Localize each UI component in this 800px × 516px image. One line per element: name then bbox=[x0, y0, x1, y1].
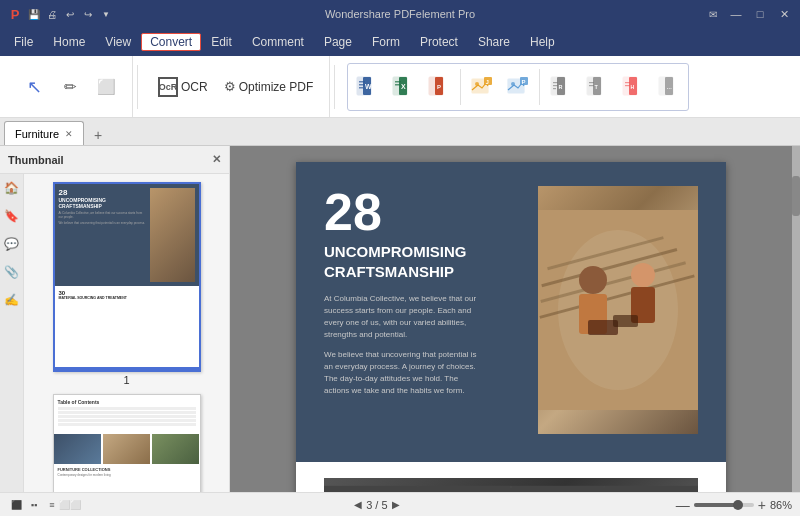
thumb-text-body: Contemporary designs for modern living bbox=[58, 473, 196, 477]
thumbnail-label-1: 1 bbox=[123, 374, 129, 386]
to-rtf-button[interactable]: R bbox=[544, 66, 578, 108]
bookmark-sidebar-icon[interactable]: 🔖 bbox=[2, 206, 22, 226]
pdf-page-1: 28 UNCOMPROMISINGCRAFTSMANSHIP At Columb… bbox=[296, 162, 726, 516]
spread-view-icon[interactable]: ⬜⬜ bbox=[62, 497, 78, 513]
edit-icon: ⬜ bbox=[97, 78, 116, 96]
ribbon-tools-section: ↖ ✏ ⬜ bbox=[8, 56, 133, 117]
menu-share[interactable]: Share bbox=[468, 32, 520, 52]
scrollbar-track[interactable] bbox=[792, 146, 800, 516]
comment-sidebar-icon[interactable]: 💬 bbox=[2, 234, 22, 254]
thumb-num-1: 28 bbox=[59, 188, 147, 197]
menu-home[interactable]: Home bbox=[43, 32, 95, 52]
minimize-button[interactable]: — bbox=[728, 6, 744, 22]
ocr-button[interactable]: OcR OCR bbox=[150, 73, 216, 101]
thumb-body-1: At Columbia Collective, we believe that … bbox=[59, 211, 147, 219]
mail-icon[interactable]: ✉ bbox=[706, 7, 720, 21]
redo-icon[interactable]: ↪ bbox=[80, 6, 96, 22]
page-craft-image bbox=[538, 186, 698, 434]
svg-rect-52 bbox=[613, 315, 638, 327]
svg-rect-9 bbox=[395, 81, 401, 83]
svg-text:X: X bbox=[401, 83, 406, 90]
to-image-button-2[interactable]: P bbox=[501, 66, 535, 108]
menu-comment[interactable]: Comment bbox=[242, 32, 314, 52]
svg-text:P: P bbox=[522, 78, 526, 84]
thumb-toc-title: Table of Contents bbox=[58, 399, 196, 405]
tab-close-button[interactable]: ✕ bbox=[65, 129, 73, 139]
optimize-pdf-button[interactable]: ⚙ Optimize PDF bbox=[216, 75, 322, 98]
zoom-out-button[interactable]: — bbox=[676, 497, 690, 513]
menu-file[interactable]: File bbox=[4, 32, 43, 52]
app-icon: P bbox=[8, 7, 22, 21]
two-page-view-icon[interactable]: ▪▪ bbox=[26, 497, 42, 513]
menu-convert[interactable]: Convert bbox=[141, 33, 201, 51]
save-icon[interactable]: 💾 bbox=[26, 6, 42, 22]
zoom-controls: — + 86% bbox=[676, 497, 792, 513]
to-word-button[interactable]: W bbox=[350, 66, 384, 108]
new-tab-button[interactable]: + bbox=[88, 125, 108, 145]
thumb-row-1 bbox=[58, 407, 196, 410]
thumbnail-panel: 28 UNCOMPROMISING CRAFTSMANSHIP At Colum… bbox=[24, 174, 229, 516]
thumb-img-1 bbox=[150, 188, 195, 282]
to-image-icon-2: P bbox=[506, 75, 530, 99]
tab-furniture[interactable]: Furniture ✕ bbox=[4, 121, 84, 145]
single-page-view-icon[interactable]: ⬛ bbox=[8, 497, 24, 513]
svg-text:R: R bbox=[559, 84, 563, 90]
edit-tool-button[interactable]: ⬜ bbox=[88, 74, 124, 100]
menu-page[interactable]: Page bbox=[314, 32, 362, 52]
menu-form[interactable]: Form bbox=[362, 32, 410, 52]
to-ppt-button[interactable]: P bbox=[422, 66, 456, 108]
optimize-icon: ⚙ bbox=[224, 79, 236, 94]
thumb-img-block-1 bbox=[54, 434, 101, 464]
pdf-view-area[interactable]: 28 UNCOMPROMISINGCRAFTSMANSHIP At Columb… bbox=[230, 146, 792, 516]
thumb-row-5 bbox=[58, 423, 196, 426]
select-tool-button[interactable]: ↖ bbox=[16, 72, 52, 102]
thumb-row-3 bbox=[58, 415, 196, 418]
home-sidebar-icon[interactable]: 🏠 bbox=[2, 178, 22, 198]
annotate-tool-button[interactable]: ✏ bbox=[52, 74, 88, 100]
thumb-text-label: FURNITURE COLLECTIONS bbox=[58, 467, 196, 472]
prev-page-button[interactable]: ◀ bbox=[354, 499, 362, 510]
to-excel-icon: X bbox=[391, 75, 415, 99]
to-rtf-icon: R bbox=[549, 75, 573, 99]
svg-rect-3 bbox=[359, 81, 365, 83]
maximize-button[interactable]: □ bbox=[752, 6, 768, 22]
thumbnail-page-1[interactable]: 28 UNCOMPROMISING CRAFTSMANSHIP At Colum… bbox=[53, 182, 201, 386]
scrollbar-thumb[interactable] bbox=[792, 176, 800, 216]
print-icon[interactable]: 🖨 bbox=[44, 6, 60, 22]
signature-sidebar-icon[interactable]: ✍ bbox=[2, 290, 22, 310]
thumbnail-panel-title: Thumbnail bbox=[8, 154, 64, 166]
to-txt-button[interactable]: T bbox=[580, 66, 614, 108]
to-image-button-1[interactable]: J bbox=[465, 66, 499, 108]
convert-icons-group: W X bbox=[347, 63, 689, 111]
menu-edit[interactable]: Edit bbox=[201, 32, 242, 52]
quick-access-toolbar: 💾 🖨 ↩ ↪ ▼ bbox=[26, 6, 114, 22]
attach-sidebar-icon[interactable]: 📎 bbox=[2, 262, 22, 282]
separator-2 bbox=[334, 65, 335, 109]
zoom-level-display: 86% bbox=[770, 499, 792, 511]
menu-view[interactable]: View bbox=[95, 32, 141, 52]
status-right: — + 86% bbox=[676, 497, 792, 513]
status-left: ⬛ ▪▪ ≡ ⬜⬜ bbox=[8, 497, 78, 513]
scroll-view-icon[interactable]: ≡ bbox=[44, 497, 60, 513]
customize-icon[interactable]: ▼ bbox=[98, 6, 114, 22]
menu-protect[interactable]: Protect bbox=[410, 32, 468, 52]
page-dark-header: 28 UNCOMPROMISINGCRAFTSMANSHIP At Columb… bbox=[296, 162, 726, 462]
to-excel-button[interactable]: X bbox=[386, 66, 420, 108]
zoom-in-button[interactable]: + bbox=[758, 497, 766, 513]
next-page-button[interactable]: ▶ bbox=[392, 499, 400, 510]
to-html-icon: H bbox=[621, 75, 645, 99]
menu-help[interactable]: Help bbox=[520, 32, 565, 52]
undo-icon[interactable]: ↩ bbox=[62, 6, 78, 22]
svg-point-49 bbox=[631, 263, 655, 287]
thumb-page-1-content: 28 UNCOMPROMISING CRAFTSMANSHIP At Colum… bbox=[55, 184, 199, 370]
to-other-icon: … bbox=[657, 75, 681, 99]
close-button[interactable]: ✕ bbox=[776, 6, 792, 22]
to-other-button[interactable]: … bbox=[652, 66, 686, 108]
zoom-slider-thumb[interactable] bbox=[733, 500, 743, 510]
sidebar-close-button[interactable]: ✕ bbox=[212, 153, 221, 166]
sidebar: Thumbnail ✕ 🏠 🔖 💬 📎 ✍ bbox=[0, 146, 230, 516]
sidebar-icon-strip: 🏠 🔖 💬 📎 ✍ bbox=[0, 174, 24, 516]
zoom-slider-track[interactable] bbox=[694, 503, 754, 507]
to-html-button[interactable]: H bbox=[616, 66, 650, 108]
to-txt-icon: T bbox=[585, 75, 609, 99]
